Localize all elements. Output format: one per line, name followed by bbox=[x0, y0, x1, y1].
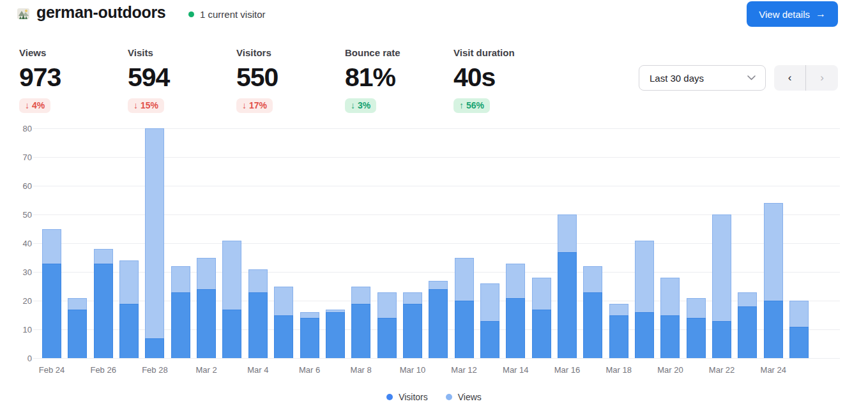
chevron-down-icon bbox=[747, 75, 756, 80]
visitors-bar bbox=[506, 298, 525, 359]
chart-bar-day[interactable] bbox=[506, 128, 525, 358]
chart-bar-day[interactable] bbox=[326, 128, 345, 358]
chart-bar-day[interactable] bbox=[764, 128, 783, 358]
chart-bar-day[interactable] bbox=[377, 128, 397, 358]
stat-value: 973 bbox=[19, 64, 125, 91]
date-pager: ‹ › bbox=[774, 65, 838, 91]
x-axis-label: Mar 6 bbox=[287, 365, 332, 375]
visitors-bar bbox=[480, 321, 499, 359]
x-axis-label: Mar 4 bbox=[236, 365, 280, 375]
gridline bbox=[33, 358, 840, 359]
chart-bar-day[interactable] bbox=[738, 128, 757, 358]
legend-item-views[interactable]: Views bbox=[446, 392, 482, 402]
chart-bar-day[interactable] bbox=[558, 128, 577, 358]
chart-bar-day[interactable] bbox=[274, 128, 293, 358]
visitors-dot-icon bbox=[386, 394, 393, 400]
visitors-bar bbox=[712, 321, 731, 359]
chart-bar-day[interactable] bbox=[68, 128, 87, 358]
date-range-select[interactable]: Last 30 days bbox=[639, 65, 766, 91]
current-visitor-text: 1 current visitor bbox=[200, 9, 266, 20]
chart-bar-day[interactable] bbox=[94, 128, 113, 358]
chart-bar-day[interactable] bbox=[248, 128, 268, 358]
y-axis-tick-label: 80 bbox=[10, 124, 32, 133]
chart-bar-day[interactable] bbox=[145, 128, 164, 358]
x-axis-label: Mar 20 bbox=[648, 365, 692, 375]
visitors-bar bbox=[145, 338, 164, 359]
chart-bar-day[interactable] bbox=[635, 128, 654, 358]
legend-item-visitors[interactable]: Visitors bbox=[386, 392, 428, 402]
visitors-bar bbox=[68, 310, 87, 359]
visitors-bar bbox=[660, 315, 680, 359]
x-axis-label: Mar 16 bbox=[545, 365, 590, 375]
visitors-bar bbox=[558, 252, 577, 359]
stat-value: 40s bbox=[453, 64, 559, 91]
x-axis-label: Mar 18 bbox=[597, 365, 641, 375]
next-period-button[interactable]: › bbox=[806, 65, 838, 91]
x-axis-label: Mar 8 bbox=[339, 365, 383, 375]
stat-visits: Visits 594 ↓15% bbox=[128, 47, 233, 113]
chart-bar-day[interactable] bbox=[351, 128, 370, 358]
stat-bounce-rate: Bounce rate 81% ↓3% bbox=[345, 47, 450, 113]
chart-bar-day[interactable] bbox=[119, 128, 139, 358]
stat-value: 550 bbox=[236, 64, 342, 91]
visitors-bar bbox=[455, 301, 474, 358]
visitors-bar bbox=[377, 318, 397, 358]
visitors-bar bbox=[94, 264, 113, 359]
y-axis-tick-label: 0 bbox=[10, 354, 32, 363]
visitors-bar bbox=[687, 318, 706, 358]
chart-bar-day[interactable] bbox=[403, 128, 422, 358]
y-axis-tick-label: 30 bbox=[10, 267, 32, 277]
chart-legend: Visitors Views bbox=[0, 392, 868, 402]
stat-delta-badge: ↑56% bbox=[453, 98, 490, 113]
chart-bar-day[interactable] bbox=[171, 128, 190, 358]
chart-bar-day[interactable] bbox=[455, 128, 474, 358]
chart-bar-day[interactable] bbox=[687, 128, 706, 358]
chart-bar-day[interactable] bbox=[660, 128, 680, 358]
down-arrow-icon: ↓ bbox=[242, 100, 247, 110]
stat-delta-badge: ↓15% bbox=[128, 98, 164, 113]
stat-visit-duration: Visit duration 40s ↑56% bbox=[453, 47, 559, 113]
stat-label: Bounce rate bbox=[345, 47, 450, 58]
stat-label: Visits bbox=[128, 47, 233, 58]
visitors-bar bbox=[532, 310, 551, 359]
x-axis-label: Mar 24 bbox=[751, 365, 796, 375]
view-details-label: View details bbox=[759, 9, 810, 20]
chart-bar-day[interactable] bbox=[480, 128, 499, 358]
y-axis-tick-label: 20 bbox=[10, 296, 32, 306]
chart-bar-day[interactable] bbox=[42, 128, 61, 358]
x-axis-label: Mar 12 bbox=[442, 365, 487, 375]
current-visitor-status: 1 current visitor bbox=[188, 9, 266, 20]
chart-bar-day[interactable] bbox=[583, 128, 602, 358]
x-axis-label: Mar 10 bbox=[390, 365, 435, 375]
chart-bar-day[interactable] bbox=[532, 128, 551, 358]
y-axis-tick-label: 50 bbox=[10, 210, 32, 220]
stat-value: 594 bbox=[128, 64, 233, 91]
view-details-button[interactable]: View details → bbox=[747, 1, 838, 27]
visitors-bar bbox=[326, 312, 345, 358]
chart-bar-day[interactable] bbox=[789, 128, 809, 358]
chart-bar-day[interactable] bbox=[197, 128, 216, 358]
stat-label: Visitors bbox=[236, 47, 342, 58]
visitors-bar bbox=[351, 304, 370, 359]
chart-bar-day[interactable] bbox=[429, 128, 448, 358]
chart-bar-day[interactable] bbox=[222, 128, 241, 358]
stat-label: Visit duration bbox=[453, 47, 559, 58]
visitors-bar bbox=[119, 304, 139, 359]
stat-value: 81% bbox=[345, 64, 450, 91]
visitors-bar bbox=[609, 315, 628, 359]
stat-delta-badge: ↓4% bbox=[19, 98, 50, 113]
visitors-bar bbox=[197, 289, 216, 358]
visitors-bar bbox=[429, 289, 448, 358]
previous-period-button[interactable]: ‹ bbox=[774, 65, 806, 91]
views-dot-icon bbox=[446, 394, 452, 400]
date-range-value: Last 30 days bbox=[650, 73, 704, 84]
y-axis-tick-label: 10 bbox=[10, 325, 32, 334]
stat-views: Views 973 ↓4% bbox=[19, 47, 125, 113]
up-arrow-icon: ↑ bbox=[459, 100, 464, 110]
stat-label: Views bbox=[19, 47, 125, 58]
chart-bar-day[interactable] bbox=[609, 128, 628, 358]
chart-bar-day[interactable] bbox=[300, 128, 319, 358]
chart-bar-day[interactable] bbox=[712, 128, 731, 358]
x-axis-label: Mar 22 bbox=[699, 365, 744, 375]
stat-visitors: Visitors 550 ↓17% bbox=[236, 47, 342, 113]
